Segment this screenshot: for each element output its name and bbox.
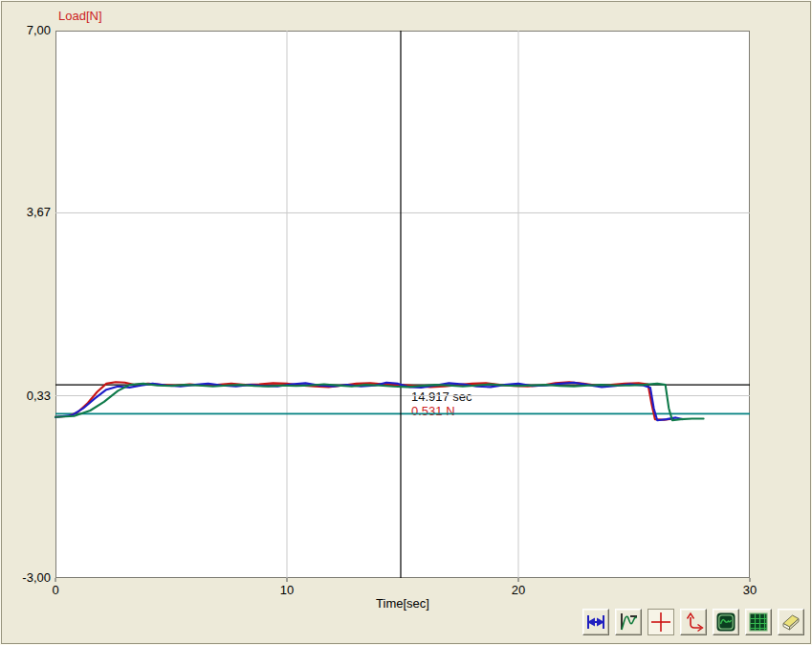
horizontal-range-icon [584, 611, 607, 634]
eraser-icon [779, 611, 802, 634]
x-tick-label: 20 [499, 583, 538, 597]
waveform-icon [714, 611, 737, 634]
cursor-readout: 14.917 sec 0.531 N [411, 389, 472, 418]
curve-zoom-button[interactable] [615, 609, 642, 635]
crosshair-icon [649, 611, 672, 634]
grid-view-button[interactable] [745, 609, 772, 635]
measurement-graph-window: Load[N] 14.917 sec 0.531 N Time[sec] [0, 0, 812, 645]
crosshair-cursor-button[interactable] [647, 609, 674, 635]
waveform-view-button[interactable] [713, 609, 739, 635]
cursor-load-readout: 0.531 N [411, 404, 472, 418]
x-tick-label: 30 [731, 583, 769, 597]
y-axis-title: Load[N] [58, 9, 102, 23]
y-tick-label: 7,00 [0, 23, 51, 37]
x-tick-label: 10 [268, 583, 306, 597]
x-tick-label: 0 [36, 583, 75, 597]
erase-button[interactable] [778, 609, 804, 635]
axis-setup-button[interactable] [680, 609, 707, 635]
grid-icon [747, 611, 770, 634]
horizontal-range-button[interactable] [582, 609, 609, 635]
plot-area[interactable] [55, 31, 750, 578]
axis-arrow-icon [682, 611, 705, 634]
x-axis-title: Time[sec] [360, 596, 446, 611]
cursor-time-readout: 14.917 sec [411, 389, 472, 404]
y-tick-label: 0,33 [0, 389, 51, 403]
y-tick-label: 3,67 [0, 205, 51, 219]
toolbar [582, 609, 804, 635]
curve-zoom-icon [617, 611, 640, 634]
